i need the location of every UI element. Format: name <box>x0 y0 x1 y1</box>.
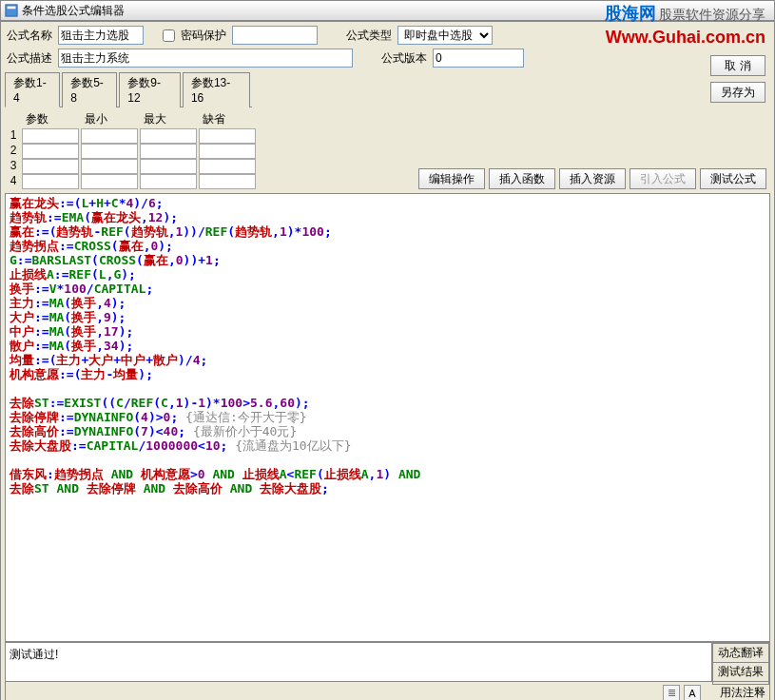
desc-input[interactable] <box>58 49 353 68</box>
row-2: 2 <box>7 144 20 159</box>
row-3: 3 <box>7 159 20 174</box>
footer: ≣ A 用法注释 <box>5 682 770 700</box>
tab-params-1-4[interactable]: 参数1-4 <box>5 72 60 107</box>
tab-params-9-12[interactable]: 参数9-12 <box>119 72 181 107</box>
name-input[interactable] <box>58 26 144 45</box>
password-checkbox[interactable] <box>163 29 175 42</box>
tab-params-13-16[interactable]: 参数13-16 <box>183 72 250 107</box>
password-input[interactable] <box>232 26 318 45</box>
param-hdr-default: 缺省 <box>199 111 256 128</box>
font-icon[interactable]: A <box>684 685 701 701</box>
row-4: 4 <box>7 174 20 189</box>
version-label: 公式版本 <box>379 50 429 67</box>
param-hdr-max: 最大 <box>140 111 197 128</box>
param-cell[interactable] <box>81 128 138 144</box>
param-cell[interactable] <box>22 128 79 144</box>
param-cell[interactable] <box>199 174 256 189</box>
app-icon <box>5 4 18 17</box>
param-cell[interactable] <box>22 159 79 174</box>
edit-op-button[interactable]: 编辑操作 <box>418 168 485 189</box>
svg-rect-1 <box>8 7 16 10</box>
type-label: 公式类型 <box>344 28 394 44</box>
desc-label: 公式描述 <box>5 50 54 67</box>
param-cell[interactable] <box>140 159 197 174</box>
param-cell[interactable] <box>140 174 197 189</box>
insert-res-button[interactable]: 插入资源 <box>559 168 626 189</box>
usage-label[interactable]: 用法注释 <box>720 685 765 700</box>
test-result: 测试通过! <box>6 643 712 681</box>
version-input[interactable] <box>433 49 524 68</box>
param-cell[interactable] <box>22 174 79 189</box>
code-editor[interactable]: 赢在龙头:=(L+H+C*4)/6; 趋势轨:=EMA(赢在龙头,12); 赢在… <box>5 193 770 642</box>
param-cell[interactable] <box>199 159 256 174</box>
window-title: 条件选股公式编辑器 <box>22 3 125 19</box>
param-cell[interactable] <box>22 144 79 159</box>
param-cell[interactable] <box>140 128 197 144</box>
param-cell[interactable] <box>199 144 256 159</box>
bottom-area: 测试通过! 动态翻译 测试结果 参数精灵 <box>5 642 770 682</box>
param-cell[interactable] <box>81 144 138 159</box>
cancel-button[interactable]: 取 消 <box>710 55 765 76</box>
test-formula-button[interactable]: 测试公式 <box>700 168 766 189</box>
main-panel: 公式名称 密码保护 公式类型 即时盘中选股 公式描述 公式版本 取 消 另存为 … <box>0 21 775 700</box>
param-tabs: 参数1-4 参数5-8 参数9-12 参数13-16 <box>5 71 252 107</box>
param-cell[interactable] <box>199 128 256 144</box>
tab-params-5-8[interactable]: 参数5-8 <box>62 72 117 107</box>
rtab-test-result[interactable]: 测试结果 <box>712 662 769 682</box>
param-hdr-min: 最小 <box>81 111 138 128</box>
type-select[interactable]: 即时盘中选股 <box>397 26 493 45</box>
param-cell[interactable] <box>140 144 197 159</box>
saveas-button[interactable]: 另存为 <box>710 82 765 103</box>
rtab-dynamic-translate[interactable]: 动态翻译 <box>712 643 769 663</box>
watermark: 股海网 股票软件资源分享 Www.Guhai.com.cn <box>605 2 765 49</box>
name-label: 公式名称 <box>5 28 54 44</box>
insert-func-button[interactable]: 插入函数 <box>489 168 555 189</box>
param-cell[interactable] <box>81 159 138 174</box>
param-hdr-name: 参数 <box>22 111 79 128</box>
import-formula-button: 引入公式 <box>630 168 696 189</box>
row-1: 1 <box>7 128 20 144</box>
password-label: 密码保护 <box>179 28 228 44</box>
format-icon[interactable]: ≣ <box>663 685 680 701</box>
param-cell[interactable] <box>81 174 138 189</box>
